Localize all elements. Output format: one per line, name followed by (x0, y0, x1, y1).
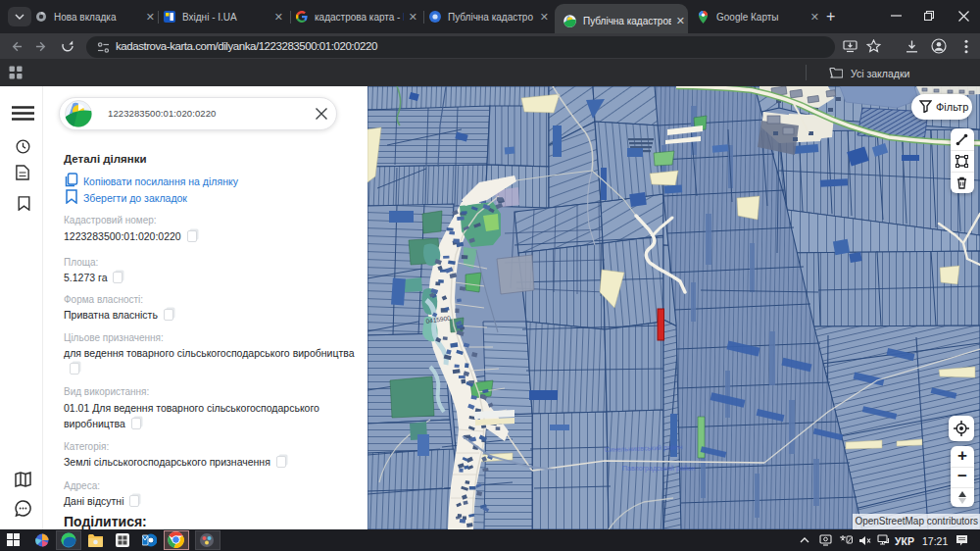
svg-text:Павлоградський район: Павлоградський район (622, 465, 696, 473)
